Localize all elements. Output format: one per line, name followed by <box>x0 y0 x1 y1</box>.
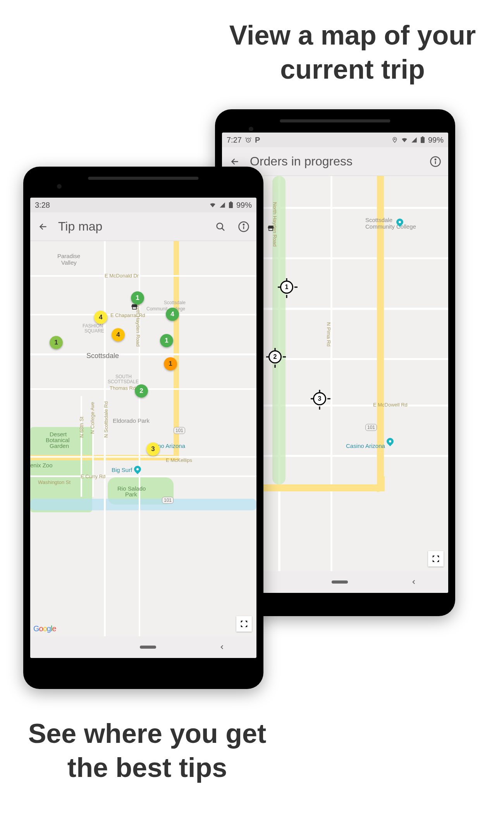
app-bar: Tip map <box>30 212 256 241</box>
map-label-mckellips: E McKellips <box>166 457 192 463</box>
map-label-thomas: Thomas Rd <box>110 385 136 391</box>
nav-back-button[interactable] <box>218 641 225 653</box>
map-label-bigsurf: Big Surf <box>112 467 132 473</box>
headline-bottom: See where you get the best tips <box>15 717 279 785</box>
tip-marker-0[interactable]: 1 <box>131 291 144 305</box>
tip-marker-8[interactable]: 3 <box>146 443 160 456</box>
map-label-paradise-2: Valley <box>61 259 77 266</box>
tip-marker-1[interactable]: 4 <box>94 311 107 324</box>
back-button[interactable] <box>35 219 51 235</box>
tip-marker-3[interactable]: 4 <box>166 308 179 321</box>
map-label-scc-1: Scottsdale <box>164 300 186 305</box>
wifi-icon <box>209 202 216 208</box>
search-button[interactable] <box>212 219 229 235</box>
map-label-zoo: enix Zoo <box>30 462 53 468</box>
nav-back-button[interactable] <box>410 576 417 588</box>
svg-rect-3 <box>422 136 423 137</box>
map-label-south-1: SOUTH <box>115 374 132 379</box>
svg-rect-8 <box>230 202 232 202</box>
appbar-title: Orders in progress <box>250 154 420 169</box>
map-label-pima: N Pima Rd <box>326 322 332 347</box>
fullscreen-button[interactable] <box>428 551 444 567</box>
headline-top: View a map of your current trip <box>217 19 488 86</box>
map-label-scotts-rd: N Scottsdale Rd <box>103 401 109 438</box>
wifi-icon <box>401 136 408 143</box>
map-label-south-2: SCOTTSDALE <box>108 379 139 384</box>
target-marker-2[interactable]: 2 <box>268 350 282 363</box>
status-bar: 7:27 P <box>222 133 448 147</box>
svg-point-1 <box>394 139 396 140</box>
nav-home-pill[interactable] <box>332 580 348 584</box>
phone-camera-dot <box>249 127 253 131</box>
hwy-shield-101: 101 <box>365 424 377 431</box>
signal-icon <box>411 137 417 143</box>
hwy-shield-101a: 101 <box>174 427 185 434</box>
map-view[interactable]: Paradise Valley Scottsdale FASHION SQUAR… <box>30 241 256 636</box>
map-label-desert-3: Garden <box>50 443 69 449</box>
map-label-n68: N 68th St <box>79 417 84 437</box>
map-label-fashion-1: FASHION <box>83 323 103 329</box>
map-label-mcdowell: E McDowell Rd <box>373 402 408 408</box>
appbar-title: Tip map <box>58 219 205 234</box>
phone-camera-dot <box>57 184 62 189</box>
android-nav-bar <box>30 636 256 658</box>
phone-frame-left: 3:28 99% <box>23 167 263 689</box>
status-battery-pct: 99% <box>236 201 252 210</box>
nav-home-pill[interactable] <box>140 646 156 649</box>
p-icon: P <box>255 136 260 145</box>
svg-line-10 <box>222 228 224 230</box>
poi-pin-casino <box>385 436 395 446</box>
svg-rect-2 <box>421 137 425 143</box>
svg-point-6 <box>435 159 436 160</box>
info-button[interactable] <box>236 219 252 235</box>
map-label-casino: Casino Arizona <box>346 443 385 449</box>
map-label-scottsdale: Scottsdale <box>86 352 119 360</box>
poi-pin-bigsurf <box>132 464 142 474</box>
status-time: 3:28 <box>35 201 50 210</box>
google-logo: Google <box>33 624 56 633</box>
info-button[interactable] <box>427 153 444 170</box>
tip-marker-2[interactable]: 4 <box>112 328 125 341</box>
map-label-riosalado-2: Park <box>125 491 137 498</box>
map-label-scc-1: Scottsdale <box>365 217 392 223</box>
tip-marker-4[interactable]: 1 <box>160 334 173 347</box>
status-bar: 3:28 99% <box>30 198 256 212</box>
map-label-eldorado: Eldorado Park <box>113 417 150 424</box>
location-icon <box>392 137 398 143</box>
status-time: 7:27 <box>227 136 242 145</box>
map-label-college: N College Ave <box>89 402 95 434</box>
svg-point-13 <box>243 224 244 225</box>
map-label-scc-2: Community College <box>365 223 416 230</box>
map-label-mcdonald: E McDonald Dr <box>105 273 139 279</box>
fullscreen-button[interactable] <box>236 616 252 632</box>
target-marker-3[interactable]: 3 <box>313 392 326 405</box>
map-label-washington: Washington St <box>38 479 71 485</box>
tip-marker-5[interactable]: 1 <box>50 336 63 349</box>
tip-marker-6[interactable]: 1 <box>164 357 177 370</box>
map-label-curry: E Curry Rd <box>81 474 105 479</box>
status-battery-pct: 99% <box>428 136 444 145</box>
tip-marker-7[interactable]: 2 <box>135 384 148 398</box>
map-label-paradise-1: Paradise <box>57 253 80 259</box>
map-label-scc-2: Communit <box>146 306 168 312</box>
map-label-fashion-2: SQUARE <box>84 328 104 334</box>
alarm-icon <box>245 136 252 143</box>
phone-speaker <box>88 177 198 180</box>
battery-icon <box>229 202 233 208</box>
battery-icon <box>420 136 425 143</box>
phone-speaker <box>280 119 390 122</box>
svg-rect-7 <box>229 202 233 208</box>
store-icon <box>267 224 275 232</box>
signal-icon <box>219 202 225 208</box>
hwy-shield-101b: 101 <box>162 497 174 504</box>
phone-screen-left: 3:28 99% <box>30 198 256 658</box>
target-marker-1[interactable]: 1 <box>280 281 293 294</box>
